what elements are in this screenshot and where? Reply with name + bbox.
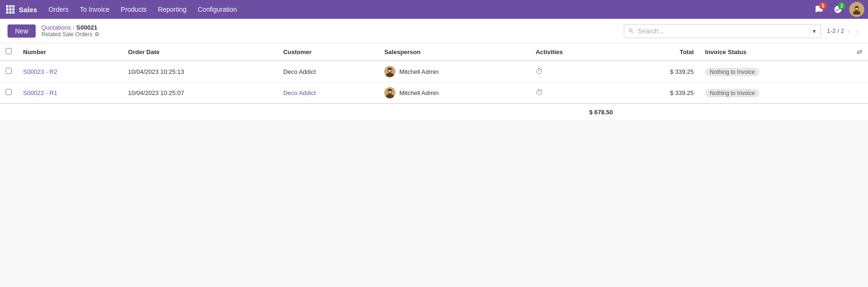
table-container: Number Order Date Customer Salesperson A…: [0, 43, 868, 121]
row1-activity: ⏱: [530, 61, 619, 82]
topnav-right: 5 2: [812, 2, 864, 17]
svg-rect-1: [9, 5, 12, 8]
footer-empty: [0, 104, 530, 121]
svg-rect-0: [6, 5, 8, 8]
table-row: S00022 - R1 10/04/2023 10:25:07 Deco Add…: [0, 82, 868, 104]
row2-activity: ⏱: [530, 82, 619, 104]
search-icon: [628, 28, 635, 34]
row1-order-date: 10/04/2023 10:25:13: [123, 61, 278, 82]
col-order-date: Order Date: [123, 43, 278, 61]
select-all-checkbox[interactable]: [6, 48, 12, 54]
breadcrumb-sub-label: Related Sale Orders: [41, 31, 93, 38]
svg-rect-13: [855, 6, 859, 8]
row1-number[interactable]: S00023 - R2: [17, 61, 123, 82]
user-avatar[interactable]: [849, 2, 864, 17]
row2-salesperson-avatar: [384, 87, 395, 98]
footer-total: $ 678.50: [530, 104, 619, 121]
pagination: 1-2 / 2 ‹ ›: [827, 26, 860, 36]
activity-badge: 2: [838, 2, 845, 9]
messages-badge: 5: [819, 2, 827, 9]
col-adjust: ⇄: [851, 43, 868, 61]
svg-rect-2: [12, 5, 15, 8]
row1-checkbox-cell: [0, 61, 17, 82]
row2-salesperson-name[interactable]: Mitchell Admin: [399, 89, 439, 96]
svg-rect-7: [9, 11, 12, 14]
pagination-prev[interactable]: ‹: [846, 26, 852, 36]
settings-icon[interactable]: ⚙: [94, 31, 100, 38]
svg-rect-5: [12, 8, 15, 11]
menu-products[interactable]: Products: [115, 4, 152, 15]
row1-extra: [851, 61, 868, 82]
col-invoice-status: Invoice Status: [699, 43, 851, 61]
row1-total: $ 339.25: [619, 61, 699, 82]
col-total: Total: [619, 43, 699, 61]
table-row: S00023 - R2 10/04/2023 10:25:13 Deco Add…: [0, 61, 868, 82]
row2-checkbox[interactable]: [6, 89, 12, 95]
svg-rect-8: [12, 11, 15, 14]
row2-number[interactable]: S00022 - R1: [17, 82, 123, 104]
row1-checkbox[interactable]: [6, 68, 12, 74]
row1-activity-icon[interactable]: ⏱: [535, 67, 543, 75]
row1-invoice-badge: Nothing to Invoice: [705, 68, 760, 76]
menu-orders[interactable]: Orders: [43, 4, 74, 15]
col-activities: Activities: [530, 43, 619, 61]
column-adjust-button[interactable]: ⇄: [857, 48, 862, 56]
table-header-row: Number Order Date Customer Salesperson A…: [0, 43, 868, 61]
svg-rect-6: [6, 11, 8, 14]
svg-rect-23: [388, 89, 392, 91]
row2-checkbox-cell: [0, 82, 17, 104]
breadcrumb-parent[interactable]: Quotations: [41, 24, 71, 31]
menu-to-invoice[interactable]: To Invoice: [74, 4, 115, 15]
row1-salesperson-name[interactable]: Mitchell Admin: [399, 68, 439, 75]
row1-salesperson: Mitchell Admin: [379, 61, 530, 82]
breadcrumb-current: S00021: [77, 24, 98, 31]
row2-salesperson: Mitchell Admin: [379, 82, 530, 104]
search-input[interactable]: [637, 27, 807, 35]
row1-salesperson-avatar: [384, 66, 395, 77]
row2-total: $ 339.25: [619, 82, 699, 104]
footer-empty2: [619, 104, 868, 121]
grid-menu-icon[interactable]: [4, 3, 17, 16]
row2-extra: [851, 82, 868, 104]
svg-rect-4: [9, 8, 12, 11]
col-customer: Customer: [278, 43, 379, 61]
sales-orders-table: Number Order Date Customer Salesperson A…: [0, 43, 868, 121]
select-all-header: [0, 43, 17, 61]
row2-invoice-status: Nothing to Invoice: [699, 82, 851, 104]
col-salesperson: Salesperson: [379, 43, 530, 61]
breadcrumb: Quotations / S00021 Related Sale Orders …: [41, 24, 100, 38]
row2-order-date: 10/04/2023 10:25:07: [123, 82, 278, 104]
footer-total-row: $ 678.50: [0, 104, 868, 121]
pagination-info: 1-2 / 2: [827, 27, 844, 34]
row1-customer: Deco Addict: [278, 61, 379, 82]
row2-customer[interactable]: Deco Addict: [278, 82, 379, 104]
svg-rect-18: [388, 68, 392, 70]
menu-reporting[interactable]: Reporting: [152, 4, 192, 15]
pagination-next[interactable]: ›: [854, 26, 860, 36]
search-bar: ▾: [624, 24, 821, 38]
top-navigation: Sales Orders To Invoice Products Reporti…: [0, 0, 868, 19]
top-menu: Orders To Invoice Products Reporting Con…: [43, 4, 242, 15]
row2-invoice-badge: Nothing to Invoice: [705, 89, 760, 97]
new-button[interactable]: New: [8, 24, 36, 38]
row2-activity-icon[interactable]: ⏱: [535, 88, 543, 96]
app-name: Sales: [19, 6, 37, 14]
row1-invoice-status: Nothing to Invoice: [699, 61, 851, 82]
menu-configuration[interactable]: Configuration: [192, 4, 242, 15]
messages-button[interactable]: 5: [812, 2, 827, 17]
search-dropdown-icon[interactable]: ▾: [809, 26, 817, 36]
col-number: Number: [17, 43, 123, 61]
subheader: New Quotations / S00021 Related Sale Ord…: [0, 19, 868, 43]
svg-rect-3: [6, 8, 8, 11]
activity-button[interactable]: 2: [830, 2, 845, 17]
breadcrumb-separator: /: [73, 24, 75, 31]
